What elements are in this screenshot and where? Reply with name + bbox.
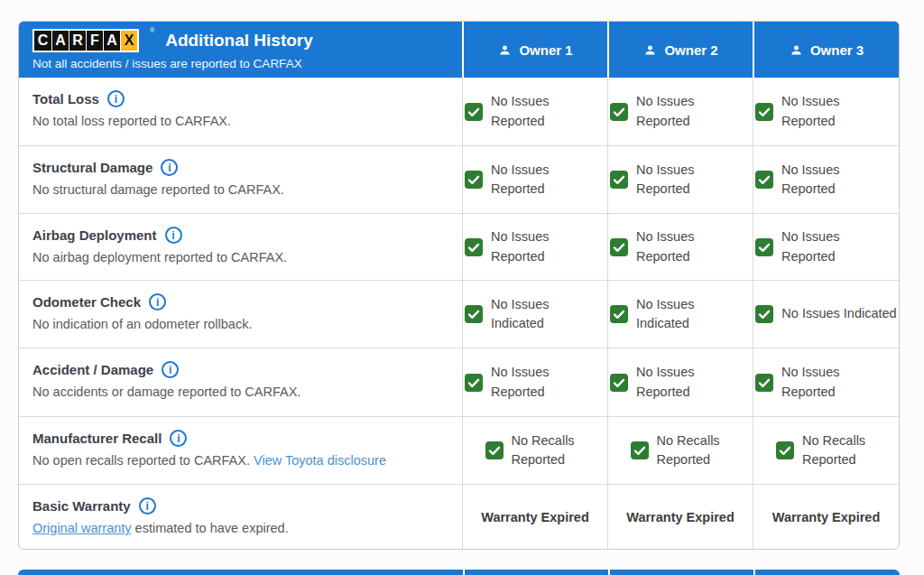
cell-status-text: No Issues Reported <box>636 161 751 199</box>
owner-2-value-cell: Warranty Expired <box>607 485 753 550</box>
row-label-cell: Airbag DeploymentiNo airbag deployment r… <box>19 214 462 280</box>
row-label-cell: Total LossiNo total loss reported to CAR… <box>19 78 462 145</box>
registered-mark: ® <box>150 27 154 33</box>
owner-header-label: Owner 2 <box>664 42 717 58</box>
next-section-segment <box>753 570 900 575</box>
table-row: Basic WarrantyiOriginal warranty estimat… <box>19 484 899 550</box>
row-title: Total Loss <box>32 91 99 107</box>
owner-2-value-cell: No Recalls Reported <box>607 417 753 484</box>
owner-3-value-cell: No Recalls Reported <box>753 417 899 484</box>
description-link[interactable]: View Toyota disclosure <box>254 453 386 468</box>
table-header: CARFAX ® Additional History Not all acci… <box>19 22 899 78</box>
cell-status-text: No Issues Reported <box>491 227 605 265</box>
table-row: Structural DamageiNo structural damage r… <box>19 145 899 213</box>
owner-3-value-cell: No Issues Reported <box>753 348 899 416</box>
cell-status-text: No Issues Reported <box>636 363 751 401</box>
cell-status-text: No Issues Reported <box>491 161 605 199</box>
carfax-logo: CARFAX <box>32 29 139 52</box>
cell-status-text: No Recalls Reported <box>802 431 876 469</box>
check-icon <box>465 374 483 392</box>
description-text: No total loss reported to CARFAX. <box>32 114 231 128</box>
additional-history-table: CARFAX ® Additional History Not all acci… <box>18 21 900 550</box>
check-icon <box>776 441 794 459</box>
owner-3-header: Owner 3 <box>753 22 899 78</box>
check-icon <box>631 441 649 459</box>
table-row: Manufacturer RecalliNo open recalls repo… <box>19 416 899 484</box>
cell-status-text: No Issues Reported <box>491 92 605 130</box>
cell-status-text: No Issues Reported <box>636 227 751 265</box>
row-description: No accidents or damage reported to CARFA… <box>32 385 453 399</box>
row-description: No structural damage reported to CARFAX. <box>32 182 453 197</box>
cell-status-text: No Issues Reported <box>781 363 897 401</box>
row-label-cell: Odometer CheckiNo indication of an odome… <box>19 281 462 348</box>
row-title: Odometer Check <box>32 294 141 310</box>
person-icon <box>790 43 803 57</box>
owner-1-value-cell: No Issues Reported <box>462 146 607 213</box>
owner-1-value-cell: No Issues Indicated <box>462 281 607 348</box>
cell-status-text: No Issues Indicated <box>491 295 605 333</box>
owner-1-value-cell: No Issues Reported <box>462 78 607 145</box>
check-icon <box>465 305 483 323</box>
next-section-header-strip <box>18 570 900 575</box>
row-label-cell: Manufacturer RecalliNo open recalls repo… <box>19 417 462 484</box>
owner-1-header: Owner 1 <box>462 22 607 78</box>
table-row: Total LossiNo total loss reported to CAR… <box>19 78 899 145</box>
next-section-segment <box>18 570 463 575</box>
info-icon[interactable]: i <box>107 90 125 107</box>
check-icon <box>485 441 504 459</box>
table-body: Total LossiNo total loss reported to CAR… <box>19 78 899 550</box>
info-icon[interactable]: i <box>139 497 156 515</box>
check-icon <box>755 374 773 392</box>
row-title: Airbag Deployment <box>32 227 157 243</box>
table-row: Odometer CheckiNo indication of an odome… <box>19 280 899 348</box>
description-text: estimated to have expired. <box>132 521 289 535</box>
cell-status-text: No Issues Reported <box>781 92 897 130</box>
check-icon <box>610 305 628 323</box>
check-icon <box>465 103 483 121</box>
owner-3-value-cell: No Issues Reported <box>753 78 899 145</box>
check-icon <box>610 103 628 121</box>
row-description: No open recalls reported to CARFAX. View… <box>32 453 453 468</box>
description-text: No structural damage reported to CARFAX. <box>32 182 284 197</box>
logo-letter: X <box>120 31 137 51</box>
owner-header-label: Owner 3 <box>810 42 864 58</box>
row-description: No indication of an odometer rollback. <box>32 317 453 331</box>
description-text: No airbag deployment reported to CARFAX. <box>32 250 287 264</box>
info-icon[interactable]: i <box>162 361 179 378</box>
row-description: No total loss reported to CARFAX. <box>32 114 453 128</box>
check-icon <box>755 238 773 256</box>
check-icon <box>755 103 773 121</box>
owner-2-value-cell: No Issues Indicated <box>607 281 753 348</box>
owner-1-value-cell: No Recalls Reported <box>462 417 607 484</box>
owner-3-value-cell: Warranty Expired <box>753 485 899 550</box>
description-text: No accidents or damage reported to CARFA… <box>32 385 300 399</box>
cell-status-text: No Issues Reported <box>781 161 897 199</box>
owner-2-value-cell: No Issues Reported <box>607 78 753 145</box>
info-icon[interactable]: i <box>170 430 187 447</box>
owner-header-label: Owner 1 <box>519 42 572 58</box>
cell-status-text: No Issues Reported <box>491 363 605 401</box>
description-text: No open recalls reported to CARFAX. <box>32 453 254 468</box>
cell-status-text: No Recalls Reported <box>512 431 586 469</box>
description-text: No indication of an odometer rollback. <box>32 317 252 331</box>
row-label-cell: Structural DamageiNo structural damage r… <box>19 146 462 213</box>
owner-2-value-cell: No Issues Reported <box>607 146 753 213</box>
check-icon <box>610 374 628 392</box>
owner-2-value-cell: No Issues Reported <box>607 214 753 280</box>
row-title: Structural Damage <box>32 160 152 175</box>
info-icon[interactable]: i <box>149 293 166 311</box>
info-icon[interactable]: i <box>165 227 182 244</box>
cell-status-text: No Issues Reported <box>781 227 897 265</box>
owner-2-value-cell: No Issues Reported <box>607 348 753 416</box>
owner-2-header: Owner 2 <box>607 22 753 78</box>
cell-status-text: No Recalls Reported <box>657 431 731 469</box>
logo-letter: C <box>34 31 51 51</box>
description-link[interactable]: Original warranty <box>32 521 132 535</box>
section-title: Additional History <box>165 31 313 51</box>
info-icon[interactable]: i <box>161 159 178 176</box>
row-label-cell: Accident / DamageiNo accidents or damage… <box>19 348 462 416</box>
owner-1-value-cell: Warranty Expired <box>462 485 607 550</box>
logo-letter: F <box>86 31 103 51</box>
check-icon <box>755 171 773 189</box>
next-section-segment <box>463 570 608 575</box>
